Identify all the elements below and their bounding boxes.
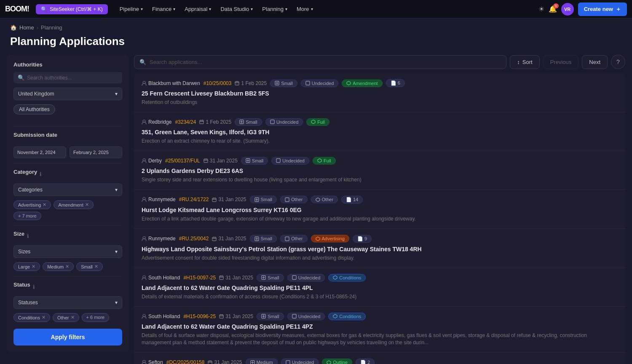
- doc-count-badge: 📄 9: [353, 235, 372, 243]
- breadcrumb-home[interactable]: Home: [19, 24, 34, 31]
- application-card[interactable]: Derby #25/00137/FUL 31 Jan 2025 Small Un…: [134, 151, 625, 190]
- tag-advertising[interactable]: Advertising ✕: [13, 200, 51, 209]
- sidebar: Authorities 🔍 United Kingdom ▾ All Autho…: [7, 55, 129, 352]
- application-card[interactable]: Runnymede #RU.25/0042 31 Jan 2025 Small …: [134, 229, 625, 268]
- search-applications-input[interactable]: [150, 59, 501, 65]
- date-from-input[interactable]: November 2, 2024: [13, 146, 66, 158]
- application-list: Blackburn with Darwen #10/25/0003 1 Feb …: [134, 73, 625, 364]
- authorities-label: Authorities: [13, 61, 122, 68]
- nav-icons: ☀ 🔔 9 VR Create new ＋: [538, 3, 627, 16]
- tag-medium[interactable]: Medium ✕: [43, 262, 74, 271]
- remove-medium[interactable]: ✕: [65, 264, 69, 269]
- nav-planning[interactable]: Planning ▾: [258, 3, 292, 15]
- app-ref: #H15-0097-25: [183, 275, 216, 281]
- app-title: 2 Uplands Gardens Derby DE23 6AS: [142, 167, 618, 175]
- remove-small[interactable]: ✕: [94, 264, 98, 269]
- nav-pipeline[interactable]: Pipeline ▾: [115, 3, 147, 15]
- app-date: 31 Jan 2025: [212, 197, 246, 202]
- nav-items: Pipeline ▾ Finance ▾ Appraisal ▾ Data St…: [115, 3, 317, 15]
- category-badge: Conditions: [328, 313, 366, 320]
- nav-more[interactable]: More ▾: [292, 3, 317, 15]
- siteseeker-button[interactable]: 🔍 SiteSeeker (Ctrl/⌘ + K): [36, 4, 108, 14]
- app-meta: Sefton #DC/2025/00158 31 Jan 2025 Medium…: [142, 359, 618, 364]
- app-ref: #RU.25/0042: [179, 236, 209, 242]
- app-description: Erection of an extract chimney to rear o…: [142, 138, 618, 145]
- category-badge: Outline: [322, 359, 352, 364]
- category-badge: Full: [313, 157, 336, 165]
- svg-rect-1: [235, 82, 239, 85]
- size-label: Size: [13, 231, 24, 237]
- tag-small[interactable]: Small ✕: [76, 262, 103, 271]
- svg-rect-9: [204, 159, 208, 162]
- application-card[interactable]: South Holland #H15-0096-25 31 Jan 2025 S…: [134, 307, 625, 353]
- statuses-value: Statuses: [18, 300, 38, 306]
- remove-other[interactable]: ✕: [71, 315, 75, 320]
- app-meta: South Holland #H15-0097-25 31 Jan 2025 S…: [142, 274, 618, 282]
- status-badge: Other: [280, 235, 308, 242]
- svg-rect-15: [285, 198, 289, 202]
- nav-datastudio[interactable]: Data Studio ▾: [216, 3, 257, 15]
- nav-appraisal[interactable]: Appraisal ▾: [180, 3, 215, 15]
- svg-rect-29: [208, 361, 212, 364]
- doc-count-badge: 📄 6: [386, 79, 405, 87]
- status-badge: Undecided: [287, 313, 325, 320]
- authority-name: Runnymede: [142, 236, 176, 242]
- sort-button[interactable]: ↕ Sort: [510, 55, 539, 69]
- category-more[interactable]: + 7 more: [13, 212, 41, 220]
- app-meta: Derby #25/00137/FUL 31 Jan 2025 Small Un…: [142, 157, 618, 165]
- app-description: Details of foul & surface water disposal…: [142, 332, 618, 346]
- app-ref: #10/25/0003: [204, 80, 232, 86]
- tag-conditions[interactable]: Conditions ✕: [13, 313, 50, 322]
- application-card[interactable]: Redbridge #3234/24 1 Feb 2025 Small Unde…: [134, 112, 625, 151]
- nav-finance[interactable]: Finance ▾: [148, 3, 179, 15]
- remove-large[interactable]: ✕: [32, 264, 35, 269]
- status-more[interactable]: + 6 more: [82, 313, 110, 322]
- tag-amendment[interactable]: Amendment ✕: [54, 200, 93, 209]
- remove-advertising[interactable]: ✕: [43, 202, 46, 207]
- next-button[interactable]: Next: [582, 55, 608, 69]
- application-card[interactable]: South Holland #H15-0097-25 31 Jan 2025 S…: [134, 268, 625, 307]
- app-date: 31 Jan 2025: [219, 275, 253, 281]
- remove-amendment[interactable]: ✕: [85, 202, 89, 207]
- sizes-dropdown[interactable]: Sizes ▾: [13, 245, 122, 258]
- authority-name: South Holland: [142, 314, 180, 319]
- categories-dropdown[interactable]: Categories ▾: [13, 183, 122, 196]
- sort-icon: ↕: [517, 59, 520, 65]
- application-card[interactable]: Sefton #DC/2025/00158 31 Jan 2025 Medium…: [134, 353, 625, 364]
- notifications-button[interactable]: 🔔 9: [549, 5, 557, 13]
- category-label: Category: [13, 169, 37, 175]
- doc-count-badge: 📄 14: [341, 196, 363, 204]
- previous-button[interactable]: Previous: [543, 55, 579, 69]
- home-icon: 🏠: [10, 24, 17, 31]
- category-badge: Advertising: [311, 235, 349, 242]
- theme-toggle-button[interactable]: ☀: [538, 5, 544, 13]
- date-range: November 2, 2024 February 2, 2025: [13, 146, 122, 158]
- authorities-search-input[interactable]: [27, 75, 118, 81]
- application-card[interactable]: Blackburn with Darwen #10/25/0003 1 Feb …: [134, 73, 625, 112]
- size-badge: Small: [235, 118, 262, 126]
- application-card[interactable]: Runnymede #RU.24/1722 31 Jan 2025 Small …: [134, 190, 625, 229]
- create-new-label: Create new: [584, 6, 613, 12]
- size-badge: Small: [250, 235, 277, 242]
- app-title: Land Adjacent to 62 Water Gate Quadring …: [142, 323, 618, 330]
- sizes-value: Sizes: [18, 249, 30, 255]
- create-new-button[interactable]: Create new ＋: [578, 3, 627, 16]
- date-to-input[interactable]: February 2, 2025: [70, 146, 122, 158]
- tag-large[interactable]: Large ✕: [13, 262, 40, 271]
- search-main: 🔍: [134, 55, 506, 69]
- app-meta: South Holland #H15-0096-25 31 Jan 2025 S…: [142, 313, 618, 320]
- statuses-dropdown[interactable]: Statuses ▾: [13, 296, 122, 309]
- app-description: Single storey side and rear extensions t…: [142, 176, 618, 183]
- help-button[interactable]: ?: [611, 55, 625, 69]
- all-authorities-badge[interactable]: All Authorities: [13, 104, 55, 114]
- main-layout: Authorities 🔍 United Kingdom ▾ All Autho…: [0, 55, 632, 364]
- tag-other[interactable]: Other ✕: [53, 313, 79, 322]
- chevron-down-icon: ▾: [115, 300, 118, 306]
- country-dropdown[interactable]: United Kingdom ▾: [13, 88, 122, 100]
- doc-count-badge: 📄 2: [356, 359, 375, 364]
- logo: BOOM!: [5, 5, 29, 13]
- app-ref: #DC/2025/00158: [166, 359, 205, 364]
- avatar-button[interactable]: VR: [561, 3, 574, 16]
- apply-filters-button[interactable]: Apply filters: [13, 329, 122, 345]
- remove-conditions[interactable]: ✕: [42, 315, 46, 320]
